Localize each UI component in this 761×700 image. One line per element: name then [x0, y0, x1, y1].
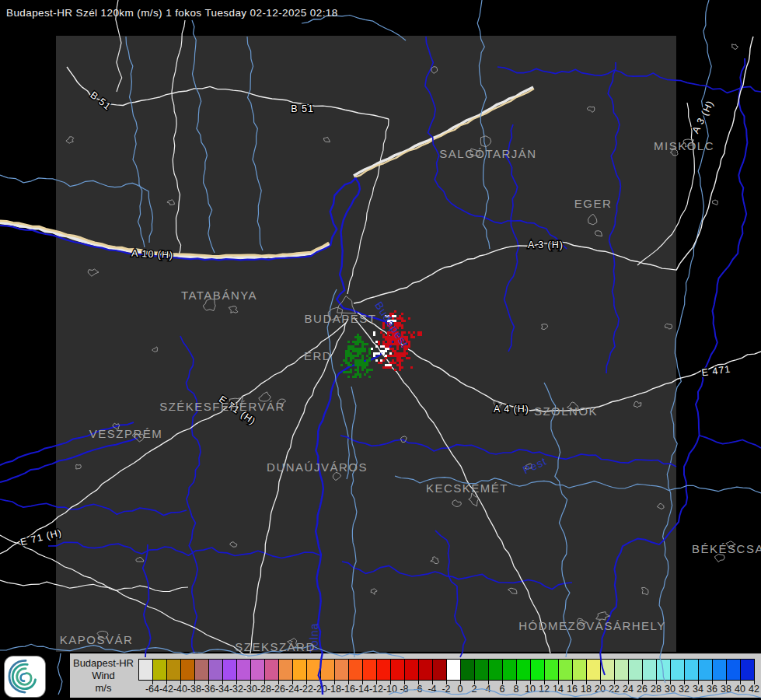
settlement-outline	[88, 269, 99, 276]
stream-danube-parallel-south	[351, 387, 357, 657]
legend-cell	[713, 660, 727, 680]
danube-west-white	[0, 222, 330, 258]
stream-by-logo	[58, 653, 62, 695]
settlement-outline	[714, 554, 724, 562]
radar-echo-green-upper	[354, 334, 364, 345]
radar-coverage-square	[56, 36, 676, 652]
legend-value: -26	[271, 684, 285, 695]
legend-cell	[545, 660, 559, 680]
city-label: SALGÓTARJÁN	[439, 147, 536, 160]
legend-value: 8	[514, 684, 519, 695]
settlement-outline	[97, 631, 108, 639]
settlement-outline	[480, 136, 491, 147]
legend-value: -34	[215, 684, 229, 695]
settlement-outline	[726, 541, 735, 548]
road-b51	[67, 67, 389, 119]
legend-unit: m/s	[70, 682, 137, 695]
legend-value: 28	[651, 684, 662, 695]
road-a4	[358, 313, 761, 411]
settlement-outline	[66, 137, 74, 143]
legend-product: Budapest-HR	[70, 657, 137, 670]
legend-value: -2	[442, 684, 450, 695]
road-south-budapest	[250, 319, 348, 653]
radar-echo-red-main	[378, 310, 413, 371]
settlement-outline	[683, 139, 694, 147]
settlement-outline	[229, 306, 238, 313]
legend-value: -38	[187, 684, 201, 695]
settlement-outline	[278, 399, 286, 406]
legend-cell	[363, 660, 377, 680]
legend-cell	[349, 660, 363, 680]
road-label: B 51	[88, 89, 113, 112]
legend-value: 4	[486, 684, 491, 695]
legend-value: -28	[257, 684, 271, 695]
legend-cell	[643, 660, 657, 680]
legend-value: -14	[355, 684, 369, 695]
settlement-outline	[596, 612, 610, 621]
legend-cell	[153, 660, 167, 680]
settlement-outline	[670, 148, 678, 156]
river-tisza-branch	[700, 436, 761, 448]
legend-cell	[671, 660, 685, 680]
danube-west-a10-tan	[0, 221, 329, 256]
legend-product-label: Budapest-HR Wind m/s	[70, 657, 137, 695]
legend-cell	[139, 660, 153, 680]
city-label: SZOLNOK	[534, 404, 598, 418]
county-border-pest-south	[340, 436, 676, 467]
legend-value: -40	[173, 684, 187, 695]
settlement-outline	[113, 423, 120, 429]
stream-buda-parallel	[327, 289, 349, 479]
road-label: A 3 (H)	[528, 240, 564, 250]
road-ne-white	[354, 87, 533, 176]
city-label: SZÉKESFEHÉRVÁR	[159, 400, 285, 413]
legend-cell	[587, 660, 601, 680]
city-label: SZEKSZÁRD	[235, 640, 316, 653]
stream-nw3	[247, 37, 263, 250]
legend-value: 6	[500, 684, 505, 695]
legend-cell	[489, 660, 503, 680]
city-label: VESZPRÉM	[89, 427, 163, 440]
settlement-outline	[259, 392, 271, 401]
legend-value: -8	[400, 684, 408, 695]
county-border-sw-h2	[48, 542, 320, 558]
settlement-outline	[323, 137, 330, 142]
stream-szolnok-east	[395, 476, 761, 493]
stream-mid-south	[544, 383, 571, 657]
settlement-outline	[588, 214, 597, 225]
settlement-outline	[542, 324, 548, 330]
county-border-eger-west	[504, 124, 519, 352]
wind-colorbar	[138, 659, 755, 681]
city-label: KAPOSVÁR	[60, 633, 134, 646]
legend-cell	[335, 660, 349, 680]
city-label: TATABÁNYA	[181, 289, 257, 302]
legend-value: 34	[693, 684, 703, 695]
legend-cell	[209, 660, 223, 680]
settlement-outline	[333, 472, 341, 480]
settlement-outline	[470, 149, 480, 156]
radar-product-title: Budapest-HR Szél 120km (m/s) 1 fokos Tue…	[6, 7, 338, 19]
legend-value: 22	[609, 684, 620, 695]
city-label: ERD	[304, 349, 332, 362]
county-label: Tolna	[308, 623, 320, 653]
legend-value: 10	[525, 684, 536, 695]
settlement-outline	[152, 347, 158, 352]
river-kaposvar	[143, 544, 151, 657]
city-label: EGER	[574, 197, 613, 210]
settlement-outline	[371, 589, 377, 595]
settlement-outline	[508, 588, 517, 593]
road-sw-horizontal	[0, 580, 188, 592]
settlement-outline	[731, 44, 738, 50]
legend-value: 2	[472, 684, 477, 695]
settlement-outline	[713, 200, 718, 205]
settlement-outline	[641, 587, 648, 594]
legend-cell	[517, 660, 531, 680]
legend-cell	[559, 660, 573, 680]
settlement-outline	[132, 432, 144, 442]
cyclone-spiral-icon	[5, 656, 45, 697]
colorbar-values: -64-42-40-38-36-34-32-30-28-26-24-22-20-…	[138, 684, 756, 696]
city-label: MISKOLC	[654, 139, 714, 152]
settlement-outline	[665, 324, 672, 329]
legend-value: -4	[428, 684, 436, 695]
legend-cell	[503, 660, 517, 680]
legend-value: 16	[567, 684, 578, 695]
